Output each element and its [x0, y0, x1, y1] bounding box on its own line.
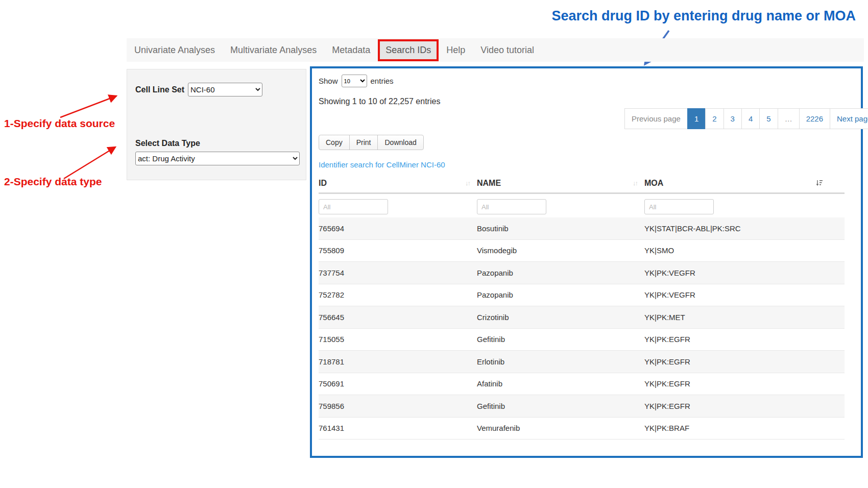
copy-button[interactable]: Copy [319, 135, 350, 150]
table-row[interactable]: 737754 Pazopanib YK|PK:VEGFR [319, 262, 845, 284]
table-row[interactable]: 718781 Erlotinib YK|PK:EGFR [319, 351, 845, 373]
data-type-select[interactable]: act: Drug Activity [135, 152, 300, 165]
cell-name: Pazopanib [477, 290, 644, 299]
cell-id: 756645 [319, 313, 477, 322]
filter-input-name[interactable] [477, 199, 546, 214]
annotation-step1: 1-Specify data source [4, 117, 115, 130]
tab-video-tutorial[interactable]: Video tutorial [473, 45, 542, 56]
select-data-type-label: Select Data Type [135, 139, 200, 148]
red-arrow-2 [64, 147, 115, 179]
identifier-search-link[interactable]: Identifier search for CellMiner NCI-60 [319, 160, 445, 169]
cell-moa: YK|PK:EGFR [644, 357, 845, 366]
cell-moa: YK|SMO [644, 246, 845, 255]
cell-moa: YK|PK:VEGFR [644, 290, 845, 299]
cell-name: Bosutinib [477, 224, 644, 233]
cell-name: Erlotinib [477, 357, 644, 366]
cell-moa: YK|PK:MET [644, 313, 845, 322]
table-row[interactable]: 761431 Vemurafenib YK|PK:BRAF [319, 418, 845, 440]
export-button-group: Copy Print Download [319, 135, 424, 150]
cell-name: Afatinib [477, 379, 644, 388]
showing-entries-status: Showing 1 to 10 of 22,257 entries [319, 97, 440, 106]
annotation-step2: 2-Specify data type [4, 176, 102, 188]
search-results-panel: Show 10 entries Showing 1 to 10 of 22,25… [310, 66, 863, 458]
cell-moa: YK|PK:BRAF [644, 424, 845, 432]
cell-line-set-select[interactable]: NCI-60 [188, 83, 262, 96]
cell-moa: YK|PK:EGFR [644, 379, 845, 388]
page-button-1[interactable]: 1 [687, 108, 706, 129]
table-row[interactable]: 756645 Crizotinib YK|PK:MET [319, 306, 845, 329]
sort-amount-icon[interactable] [815, 179, 823, 189]
cell-id: 737754 [319, 269, 477, 277]
cell-name: Vemurafenib [477, 424, 644, 432]
cell-name: Crizotinib [477, 313, 644, 322]
table-row[interactable]: 752782 Pazopanib YK|PK:VEGFR [319, 284, 845, 307]
next-page-button[interactable]: Next page [830, 108, 868, 129]
tab-univariate-analyses[interactable]: Univariate Analyses [127, 45, 223, 56]
cell-id: 718781 [319, 357, 477, 366]
page-ellipsis: … [778, 108, 800, 129]
data-source-panel: Cell Line Set NCI-60 Select Data Type ac… [127, 69, 306, 180]
red-arrow-1 [60, 96, 116, 117]
page-button-2[interactable]: 2 [705, 108, 724, 129]
sort-icon[interactable]: ↓↑ [465, 179, 470, 187]
table-header-row: ID ↓↑ NAME ↓↑ MOA [319, 174, 845, 194]
page-button-3[interactable]: 3 [724, 108, 742, 129]
cell-id: 755809 [319, 246, 477, 255]
results-table: ID ↓↑ NAME ↓↑ MOA [319, 174, 845, 440]
print-button[interactable]: Print [349, 135, 378, 150]
show-entries-control: Show 10 entries [319, 75, 394, 87]
table-row[interactable]: 715055 Gefitinib YK|PK:EGFR [319, 329, 845, 351]
cell-name: Pazopanib [477, 269, 644, 277]
table-row[interactable]: 759856 Gefitinib YK|PK:EGFR [319, 395, 845, 418]
entries-label: entries [371, 77, 394, 85]
cell-id: 759856 [319, 402, 477, 410]
column-header-name[interactable]: NAME ↓↑ [477, 179, 644, 188]
table-row[interactable]: 750691 Afatinib YK|PK:EGFR [319, 373, 845, 396]
cell-id: 715055 [319, 335, 477, 344]
tab-metadata[interactable]: Metadata [324, 45, 378, 56]
top-navbar: Univariate Analyses Multivariate Analyse… [127, 38, 864, 62]
cell-name: Gefitinib [477, 335, 644, 344]
table-filter-row [319, 194, 845, 217]
filter-input-moa[interactable] [644, 199, 714, 214]
cell-id: 765694 [319, 224, 477, 233]
cell-name: Gefitinib [477, 402, 644, 410]
column-header-id[interactable]: ID ↓↑ [319, 179, 477, 188]
cell-line-set-label: Cell Line Set [135, 85, 184, 94]
column-header-moa[interactable]: MOA [644, 179, 845, 188]
previous-page-button[interactable]: Previous page [624, 108, 688, 129]
cell-moa: YK|STAT|BCR-ABL|PK:SRC [644, 224, 845, 233]
cell-name: Vismodegib [477, 246, 644, 255]
filter-input-id[interactable] [319, 199, 388, 214]
cell-moa: YK|PK:VEGFR [644, 269, 845, 277]
pagination: Previous page 1 2 3 4 5 … 2226 Next page [624, 108, 868, 129]
tab-multivariate-analyses[interactable]: Multivariate Analyses [223, 45, 324, 56]
page-button-5[interactable]: 5 [759, 108, 778, 129]
table-row[interactable]: 755809 Vismodegib YK|SMO [319, 240, 845, 262]
tab-help[interactable]: Help [439, 45, 473, 56]
cell-id: 750691 [319, 379, 477, 388]
cell-moa: YK|PK:EGFR [644, 335, 845, 344]
cell-moa: YK|PK:EGFR [644, 402, 845, 410]
cell-id: 752782 [319, 290, 477, 299]
page-button-4[interactable]: 4 [741, 108, 760, 129]
page-length-select[interactable]: 10 [342, 75, 367, 87]
tab-search-ids[interactable]: Search IDs [378, 39, 439, 61]
download-button[interactable]: Download [377, 135, 423, 150]
tutorial-heading: Search drug ID by entering drug name or … [519, 8, 856, 24]
show-label: Show [319, 77, 338, 85]
page-button-2226[interactable]: 2226 [799, 108, 830, 129]
table-row[interactable]: 765694 Bosutinib YK|STAT|BCR-ABL|PK:SRC [319, 217, 845, 240]
cell-id: 761431 [319, 424, 477, 432]
sort-icon[interactable]: ↓↑ [633, 179, 637, 187]
